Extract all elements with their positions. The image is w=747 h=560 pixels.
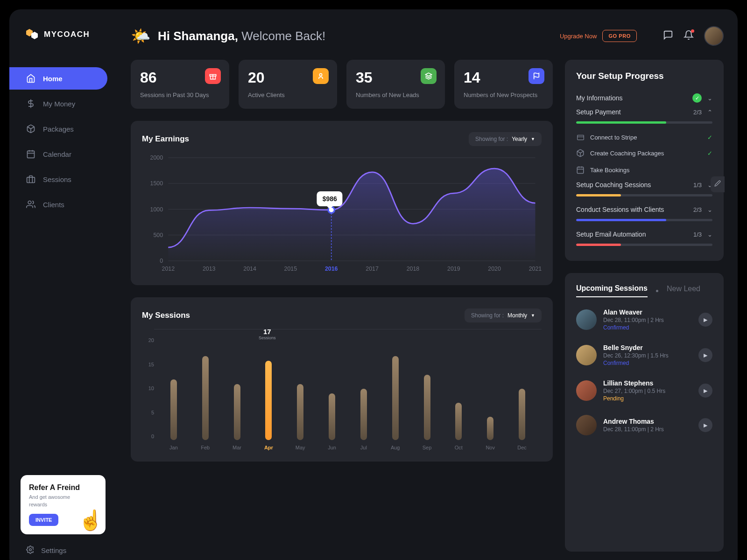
subtask[interactable]: Connect to Stripe✓ [576, 130, 712, 145]
box-icon [26, 124, 35, 133]
earnings-period-dropdown[interactable]: Showing for : Yearly ▼ [469, 132, 542, 146]
greeting: Hi Shamanga, Welcome Back! [158, 29, 325, 43]
session-row[interactable]: Lillian StephensDec 27, 1:00pm | 0.5 Hrs… [576, 373, 712, 408]
svg-point-9 [28, 201, 31, 204]
session-row[interactable]: Belle SnyderDec 26, 12:30pm | 1.5 HrsCon… [576, 337, 712, 373]
chevron-down-icon: ▼ [531, 137, 535, 141]
subtask[interactable]: Take Bookings [576, 161, 712, 178]
invite-button[interactable]: INVITE [29, 514, 58, 526]
svg-rect-8 [27, 177, 35, 183]
dollar-icon [26, 99, 35, 108]
avatar [576, 309, 597, 330]
settings-label: Settings [41, 546, 66, 554]
chevron-up-icon: ⌃ [707, 109, 712, 116]
app-shell: MYCOACH HomeMy MoneyPackagesCalendarSess… [9, 9, 738, 560]
svg-rect-4 [28, 151, 35, 158]
sidebar-item-clients[interactable]: Clients [9, 193, 107, 216]
progress-row[interactable]: Conduct Sessions with Clients2/3⌄ [576, 203, 712, 216]
earnings-panel: My Earnings Showing for : Yearly ▼ 05001… [131, 121, 553, 285]
bar: Mar [224, 384, 250, 450]
progress-row[interactable]: Setup Payment2/3⌃ [576, 105, 712, 119]
sidebar-item-sessions[interactable]: Sessions [9, 168, 107, 190]
bar: Oct [445, 403, 472, 450]
calendar-icon [26, 149, 35, 159]
check-icon: ✓ [707, 150, 712, 157]
sessions-period-dropdown[interactable]: Showing for : Monthly ▼ [465, 308, 542, 322]
go-pro-button[interactable]: GO PRO [602, 30, 637, 42]
svg-text:1500: 1500 [150, 181, 163, 187]
chevron-down-icon: ▼ [531, 313, 535, 318]
chart-tooltip: $986 [317, 191, 343, 206]
progress-row[interactable]: Setup Email Automation1/3⌄ [576, 228, 712, 241]
box-icon [576, 148, 585, 158]
bar: Nov [477, 417, 504, 450]
upgrade-text[interactable]: Upgrade Now [560, 33, 597, 40]
notification-dot [691, 29, 694, 33]
svg-text:1000: 1000 [150, 206, 163, 213]
refer-title: Refer A Freind [29, 483, 97, 492]
play-button[interactable]: ▶ [698, 418, 712, 432]
user-icon [313, 68, 329, 84]
pointing-hand-icon: ☝️ [78, 509, 103, 532]
svg-rect-41 [577, 167, 584, 174]
subtask[interactable]: Create Coaching Packages✓ [576, 145, 712, 161]
chevron-down-icon: ⌄ [707, 206, 712, 213]
weather-icon: 🌤️ [131, 27, 150, 45]
play-button[interactable]: ▶ [698, 384, 712, 398]
card-icon [576, 134, 585, 141]
sidebar-item-my-money[interactable]: My Money [9, 92, 107, 115]
progress-row[interactable]: Setup Coaching Sessions1/3⌄ [576, 178, 712, 191]
sidebar-item-settings[interactable]: Settings [9, 546, 117, 555]
check-icon: ✓ [692, 93, 702, 103]
svg-text:2012: 2012 [162, 266, 175, 273]
svg-rect-38 [577, 135, 584, 140]
session-row[interactable]: Alan WeaverDec 28, 11:00pm | 2 HrsConfir… [576, 302, 712, 337]
flag-icon [529, 68, 544, 84]
tab-upcoming[interactable]: Upcoming Sessions [576, 284, 648, 297]
calendar-icon [576, 165, 585, 175]
chat-icon[interactable] [663, 30, 673, 42]
check-icon: ✓ [707, 134, 712, 141]
home-icon [26, 74, 35, 83]
avatar [576, 415, 597, 435]
sidebar-item-home[interactable]: Home [9, 67, 107, 90]
svg-text:0: 0 [160, 258, 163, 265]
svg-text:2013: 2013 [203, 266, 216, 273]
center-column: 86Sessions in Past 30 Days20Active Clien… [131, 60, 553, 552]
stat-cards: 86Sessions in Past 30 Days20Active Clien… [131, 60, 553, 109]
upcoming-sessions-panel: Upcoming Sessions New Leed Alan WeaverDe… [565, 273, 724, 552]
progress-bar [576, 194, 712, 196]
sidebar-item-calendar[interactable]: Calendar [9, 143, 107, 165]
refer-card: Refer A Freind And get awosome rewards I… [21, 475, 106, 534]
bell-icon[interactable] [684, 30, 694, 42]
users-icon [26, 200, 35, 209]
bar: Aug [382, 356, 409, 450]
sidebar-item-packages[interactable]: Packages [9, 118, 107, 140]
stat-card[interactable]: 86Sessions in Past 30 Days [131, 60, 229, 109]
avatar[interactable] [704, 26, 724, 46]
tab-new-leed[interactable]: New Leed [667, 285, 700, 297]
refer-subtitle: And get awosome rewards [29, 494, 85, 508]
edit-button[interactable] [711, 176, 725, 192]
svg-text:2018: 2018 [407, 266, 420, 273]
bar: Apr [255, 361, 282, 450]
bar: Feb [192, 356, 218, 450]
play-button[interactable]: ▶ [698, 313, 712, 327]
progress-bar [576, 244, 712, 246]
bar: Jan [160, 379, 187, 450]
stat-card[interactable]: 14Numbers of New Prospects [454, 60, 553, 109]
progress-bar [576, 121, 712, 124]
play-button[interactable]: ▶ [698, 348, 712, 362]
stat-card[interactable]: 20Active Clients [239, 60, 337, 109]
session-row[interactable]: Andrew ThomasDec 28, 11:00pm | 2 Hrs▶ [576, 408, 712, 442]
gift-icon [205, 68, 221, 84]
main: 🌤️ Hi Shamanga, Welcome Back! Upgrade No… [117, 9, 738, 560]
layers-icon [421, 68, 437, 84]
stat-card[interactable]: 35Numbers of New Leads [346, 60, 445, 109]
bar: May [287, 384, 314, 450]
logo[interactable]: MYCOACH [9, 28, 117, 41]
bar: Sep [414, 375, 440, 450]
progress-row[interactable]: My Informations✓⌄ [576, 91, 712, 105]
chevron-down-icon: ⌄ [707, 95, 712, 102]
svg-text:2020: 2020 [488, 266, 501, 273]
